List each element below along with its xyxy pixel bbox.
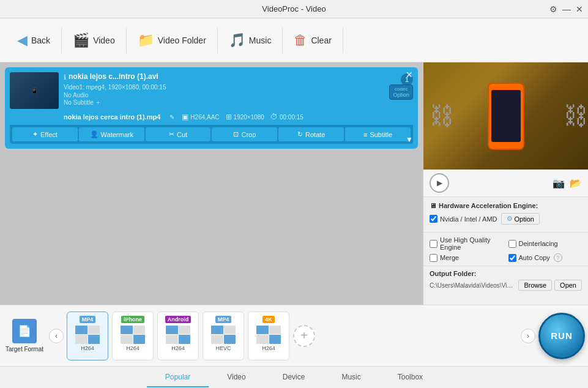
format-badge-android: Android [165,316,192,323]
folder-icon: 📁 [138,32,154,48]
effect-label: Effect [40,131,58,138]
format-next-button[interactable]: › [521,329,535,343]
format-badge-iphone: iPhone [121,316,144,323]
format-add-button[interactable]: + [293,325,315,347]
target-format-button[interactable]: 📄 Target Format [3,312,46,360]
video-thumbnail: 📱 [10,72,59,109]
format-prev-button[interactable]: ‹ [49,329,64,343]
format-item-4k-h264[interactable]: 4K H264 [248,312,289,360]
format-item-top-0: MP4 [80,316,96,323]
clear-icon: 🗑 [294,32,307,48]
tab-toolbox[interactable]: Toolbox [379,368,441,387]
subtitle-button[interactable]: ≡ Subtitle [345,127,411,141]
tab-device[interactable]: Device [264,368,324,387]
video-folder-button[interactable]: 📁 Video Folder [127,28,218,53]
crop-button[interactable]: ⊡ Crop [212,127,277,141]
format-label-iphone-h264: H264 [126,345,140,351]
tab-video[interactable]: Video [209,368,264,387]
hw-option-button[interactable]: ⚙ Option [501,213,540,225]
format-item-top-1: iPhone [121,316,144,323]
cut-button[interactable]: ✂ Cut [146,127,211,141]
minimize-button[interactable]: — [562,4,571,14]
auto-copy-checkbox[interactable] [508,254,516,262]
format-item-iphone-h264[interactable]: iPhone H264 [112,312,154,360]
run-button[interactable]: RUN [538,313,585,359]
music-button[interactable]: 🎵 Music [218,28,283,53]
scroll-down-icon[interactable]: ▼ [406,135,413,144]
close-button[interactable]: ✕ [576,4,583,14]
video-card-close-button[interactable]: ✕ [406,70,413,80]
output-duration: ⏱ 00:00:15 [270,113,303,121]
clear-button[interactable]: 🗑 Clear [283,28,343,53]
format-item-top-2: Android [165,316,192,323]
back-label: Back [31,35,50,45]
deinterlacing-checkbox-wrapper[interactable]: Deinterlacing [508,236,582,251]
format-badge-4k: 4K [262,316,275,323]
bottom-tabs: Popular Video Device Music Toolbox [0,366,588,388]
watermark-icon: 👤 [90,130,99,138]
title-bar: VideoProc - Video ⚙ — ✕ [0,0,588,18]
cut-icon: ✂ [169,130,174,138]
video-info: ℹ nokia lejos c...intro (1).avi Video1: … [64,72,396,106]
high-quality-checkbox-wrapper[interactable]: Use High Quality Engine [430,236,504,251]
output-codec: ▣ H264,AAC [182,113,219,121]
nvidia-checkbox-wrapper[interactable]: Nvidia / Intel / AMD [430,215,497,223]
format-badge-mp4-2: MP4 [215,316,232,323]
tab-popular[interactable]: Popular [147,368,209,387]
video-button[interactable]: 🎬 Video [62,28,127,53]
browse-button[interactable]: Browse [518,280,552,291]
input-filename: nokia lejos c...intro (1).avi [69,72,158,81]
rotate-button[interactable]: ↻ Rotate [278,127,344,141]
target-format-icon: 📄 [12,319,37,343]
subtitle-label: Subtitle [370,131,392,138]
open-button[interactable]: Open [554,280,582,291]
crop-label: Crop [241,131,256,138]
format-items: MP4 H264 iPhone H264 [67,312,518,360]
output-folder-label: Output Folder: [430,270,582,277]
chain-decoration-left: ⛓ [430,102,451,130]
action-buttons-row: ✦ Effect 👤 Watermark ✂ Cut ⊡ Crop ↻ R [10,125,413,144]
format-grid-2 [166,326,190,344]
video-label: Video [93,35,115,45]
cut-label: Cut [177,131,187,138]
settings-icon[interactable]: ⚙ [549,4,557,14]
info-icon: ℹ [64,73,66,81]
output-folder-path: C:\Users\Malavida\Videos\VideoProc [430,282,516,289]
merge-checkbox-wrapper[interactable]: Merge [430,253,504,262]
watermark-label: Watermark [101,131,133,138]
back-icon: ◀ [17,32,28,48]
subtitle-add-icon[interactable]: + [96,99,100,106]
auto-copy-help-icon[interactable]: ? [554,253,562,262]
edit-filename-icon[interactable]: ✎ [169,114,174,121]
output-resolution: ⊞ 1920×1080 [226,113,264,121]
option-label[interactable]: Option [393,92,409,98]
merge-checkbox[interactable] [430,254,437,262]
hw-title-text: Hardware Acceleration Engine: [439,202,538,209]
deinterlacing-checkbox[interactable] [508,240,516,248]
high-quality-checkbox[interactable] [430,240,437,248]
folder-label: Video Folder [158,35,206,45]
format-item-mp4-h264[interactable]: MP4 H264 [67,312,108,360]
back-button[interactable]: ◀ Back [6,28,62,53]
effect-button[interactable]: ✦ Effect [12,127,78,141]
app-title: VideoProc - Video [262,4,326,13]
crop-icon: ⊡ [233,130,239,138]
rotate-label: Rotate [305,131,325,138]
hw-option-label: Option [515,215,534,223]
tab-music[interactable]: Music [323,368,379,387]
hw-icon: 🖥 [430,202,436,209]
format-item-mp4-hevc[interactable]: MP4 HEVC [203,312,244,360]
gear-icon: ⚙ [507,215,513,223]
high-quality-label: Use High Quality Engine [440,236,504,251]
auto-copy-checkbox-wrapper[interactable]: Auto Copy ? [508,253,582,262]
camera-icon[interactable]: 📷 [553,177,565,189]
format-item-android-h264[interactable]: Android H264 [157,312,199,360]
chain-decoration-right: ⛓ [564,102,585,130]
folder-open-icon[interactable]: 📂 [570,177,582,189]
effect-icon: ✦ [32,130,38,138]
play-button[interactable]: ▶ [430,173,449,193]
output-folder-section: Output Folder: C:\Users\Malavida\Videos\… [423,266,588,294]
watermark-button[interactable]: 👤 Watermark [79,127,144,141]
codec-badge: codec Option [389,84,413,100]
nvidia-checkbox[interactable] [430,215,437,223]
